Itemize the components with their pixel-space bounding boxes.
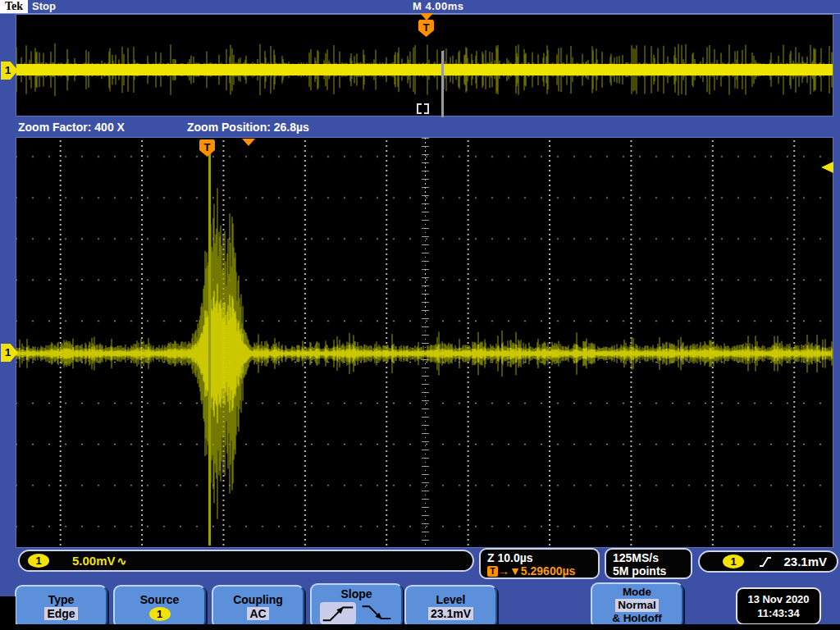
mode-label: Mode [623, 586, 651, 599]
channel1-readout-pill: 1 5.00mV ∿ [18, 550, 474, 572]
zoom-factor-readout: Zoom Factor: 400 X [18, 121, 125, 134]
type-value: Edge [44, 607, 77, 620]
rising-edge-icon [759, 555, 772, 568]
menu-button-level[interactable]: Level 23.1mV [404, 585, 497, 628]
zoom-scale-readout-pill: Z 10.0µs T →▼ 5.29600µs [479, 548, 600, 579]
oscilloscope-screen: { "header": { "brand": "Tek", "status": … [0, 0, 840, 630]
timebase-readout: M 4.00ms [413, 0, 464, 13]
tek-logo: Tek [0, 0, 28, 13]
sample-rate-pill: 125MS/s 5M points [605, 548, 692, 579]
record-length-readout: 5M points [613, 564, 691, 578]
zoom-timebase-readout: Z 10.0µs [487, 551, 598, 564]
channel1-scale: 5.00mV [72, 554, 116, 568]
trigger-icon: T [487, 566, 498, 577]
menu-button-coupling[interactable]: Coupling AC [212, 585, 304, 628]
ac-coupling-icon: ∿ [117, 555, 127, 568]
menu-button-source[interactable]: Source 1 [113, 585, 206, 628]
type-label: Type [48, 593, 75, 606]
rising-edge-selected[interactable] [320, 602, 356, 624]
trigger-readout-pill: 1 23.1mV [698, 550, 838, 573]
menu-button-type[interactable]: Type Edge [15, 585, 107, 628]
zoom-window-bracket-left [417, 103, 422, 114]
menu-button-mode[interactable]: Mode Normal & Holdoff [591, 582, 683, 628]
mode-value2: & Holdoff [612, 612, 662, 625]
mode-value: Normal [615, 599, 659, 612]
trigger-delay-readout: 5.29600µs [521, 564, 575, 578]
date-readout: 13 Nov 2020 [747, 592, 809, 606]
top-status-bar: Tek Stop M 4.00ms [0, 0, 840, 14]
channel1-badge: 1 [28, 554, 49, 568]
bottom-edge-strip [0, 624, 840, 630]
zoom-info-bar: Zoom Factor: 400 X Zoom Position: 26.8µs [0, 119, 840, 136]
sample-rate-readout: 125MS/s [613, 551, 691, 564]
trigger-level-readout: 23.1mV [783, 555, 827, 568]
coupling-label: Coupling [233, 593, 283, 606]
falling-edge-icon [361, 603, 392, 623]
falling-edge-option[interactable] [360, 602, 393, 624]
slope-icons [320, 602, 393, 624]
menu-button-slope[interactable]: Slope [310, 583, 403, 628]
datetime-display: 13 Nov 2020 11:43:34 [736, 587, 821, 625]
main-graticule [16, 137, 833, 548]
trigger-delay-row: T →▼ 5.29600µs [487, 564, 598, 578]
coupling-value: AC [247, 607, 268, 620]
trigger-position-triangle-overview [420, 13, 433, 21]
channel1-trace [16, 138, 833, 547]
source-label: Source [140, 593, 179, 606]
trigger-level-arrow[interactable] [821, 162, 833, 173]
trigger-delay-arrows-icon: →▼ [498, 564, 521, 578]
slope-label: Slope [340, 587, 372, 600]
trigger-source-badge: 1 [723, 555, 744, 568]
zoom-position-readout: Zoom Position: 26.8µs [187, 121, 309, 134]
acquisition-status: Stop [32, 0, 56, 13]
level-value: 23.1mV [428, 607, 473, 620]
rising-edge-icon [322, 603, 354, 623]
zoom-window-line[interactable] [441, 51, 444, 117]
time-readout: 11:43:34 [757, 606, 799, 620]
source-channel-badge: 1 [149, 607, 171, 621]
expansion-point-triangle [242, 139, 255, 146]
level-label: Level [436, 593, 466, 606]
zoom-window-bracket-right [424, 103, 429, 114]
